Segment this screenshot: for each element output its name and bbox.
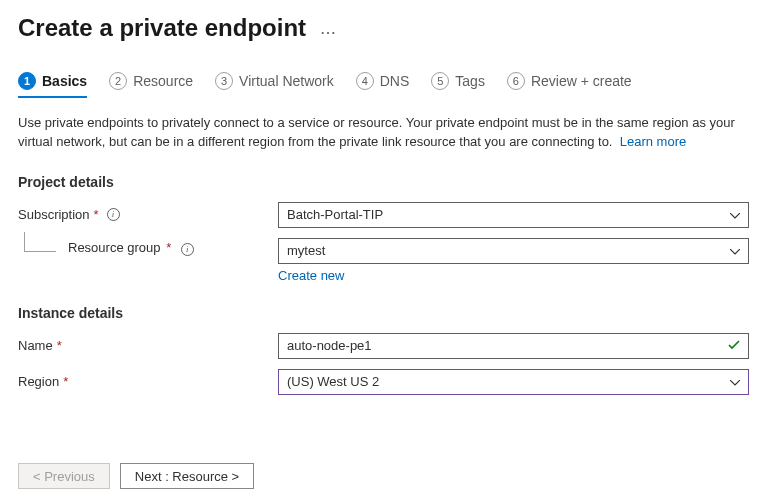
- tab-dns[interactable]: 4 DNS: [356, 72, 410, 98]
- resource-group-label: Resource group * i: [68, 240, 278, 256]
- select-value: mytest: [287, 243, 325, 258]
- tab-resource[interactable]: 2 Resource: [109, 72, 193, 98]
- name-input[interactable]: auto-node-pe1: [278, 333, 749, 359]
- tab-label: Basics: [42, 73, 87, 89]
- previous-button: < Previous: [18, 463, 110, 489]
- required-asterisk: *: [166, 240, 171, 255]
- region-label: Region *: [18, 374, 278, 389]
- create-new-link[interactable]: Create new: [278, 268, 344, 283]
- tab-review-create[interactable]: 6 Review + create: [507, 72, 632, 98]
- tab-virtual-network[interactable]: 3 Virtual Network: [215, 72, 334, 98]
- chevron-down-icon: [730, 376, 740, 388]
- tab-label: Virtual Network: [239, 73, 334, 89]
- info-icon[interactable]: i: [181, 243, 194, 256]
- tabs-nav: 1 Basics 2 Resource 3 Virtual Network 4 …: [18, 72, 749, 98]
- subscription-label: Subscription * i: [18, 207, 278, 222]
- next-button[interactable]: Next : Resource >: [120, 463, 254, 489]
- section-header-project: Project details: [18, 174, 749, 190]
- description-text: Use private endpoints to privately conne…: [18, 114, 748, 152]
- tab-basics[interactable]: 1 Basics: [18, 72, 87, 98]
- step-number-icon: 6: [507, 72, 525, 90]
- step-number-icon: 4: [356, 72, 374, 90]
- tab-label: Tags: [455, 73, 485, 89]
- indent-line: [24, 232, 56, 252]
- tab-label: Review + create: [531, 73, 632, 89]
- step-number-icon: 2: [109, 72, 127, 90]
- required-asterisk: *: [57, 338, 62, 353]
- input-value: auto-node-pe1: [287, 338, 372, 353]
- learn-more-link[interactable]: Learn more: [620, 134, 686, 149]
- check-icon: [728, 338, 740, 353]
- required-asterisk: *: [94, 207, 99, 222]
- tab-tags[interactable]: 5 Tags: [431, 72, 485, 98]
- region-select[interactable]: (US) West US 2: [278, 369, 749, 395]
- page-title: Create a private endpoint: [18, 14, 306, 42]
- chevron-down-icon: [730, 209, 740, 221]
- section-header-instance: Instance details: [18, 305, 749, 321]
- step-number-icon: 3: [215, 72, 233, 90]
- info-icon[interactable]: i: [107, 208, 120, 221]
- ellipsis-icon[interactable]: ⋯: [320, 23, 336, 42]
- required-asterisk: *: [63, 374, 68, 389]
- chevron-down-icon: [730, 245, 740, 257]
- tab-label: Resource: [133, 73, 193, 89]
- footer-buttons: < Previous Next : Resource >: [18, 463, 254, 489]
- name-label: Name *: [18, 338, 278, 353]
- tab-label: DNS: [380, 73, 410, 89]
- select-value: (US) West US 2: [287, 374, 379, 389]
- step-number-icon: 5: [431, 72, 449, 90]
- select-value: Batch-Portal-TIP: [287, 207, 383, 222]
- step-number-icon: 1: [18, 72, 36, 90]
- subscription-select[interactable]: Batch-Portal-TIP: [278, 202, 749, 228]
- resource-group-select[interactable]: mytest: [278, 238, 749, 264]
